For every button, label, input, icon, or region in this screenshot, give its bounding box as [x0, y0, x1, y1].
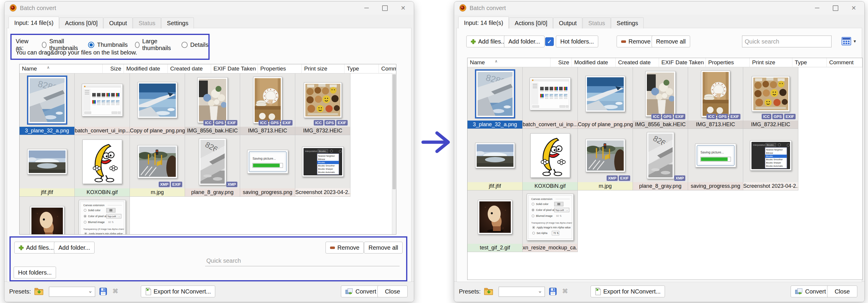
file-cell-IMG-8556-bak-HEIC[interactable]: ICCGPSEXIFIMG_8556_bak.HEIC	[633, 67, 688, 129]
file-cell-jfif-jfif[interactable]: jfif.jfif	[20, 135, 75, 197]
list-column-header[interactable]: Name∧SizeModified dateCreated dateEXIF D…	[467, 58, 862, 67]
scrollbar-thumb[interactable]	[393, 74, 396, 189]
hot-folders-button[interactable]: Hot folders...	[556, 36, 598, 47]
file-cell-KOXOBiN-gif[interactable]: KOXOBiN.gif	[523, 129, 578, 191]
file-cell-Copy-of-plane-png-png[interactable]: Copy of plane_png.png	[578, 67, 633, 129]
column-header-modified-date[interactable]: Modified date	[124, 64, 168, 73]
column-header-properties[interactable]: Properties	[706, 58, 750, 67]
column-header-print-size[interactable]: Print size	[302, 64, 344, 73]
file-cell-IMG-8732-HEIC[interactable]: ICCGPSEXIFIMG_8732.HEIC	[295, 73, 350, 135]
tab-input-14-file-s[interactable]: Input: 14 file(s)	[458, 16, 509, 28]
maximize-button-icon[interactable]	[828, 3, 842, 13]
file-cell-IMG-8732-HEIC[interactable]: ICCGPSEXIFIMG_8732.HEIC	[743, 67, 798, 129]
column-header-created-date[interactable]: Created date	[168, 64, 211, 73]
column-header-name[interactable]: Name∧	[467, 58, 551, 67]
add-files-button[interactable]: Add files...	[14, 242, 58, 254]
file-cell-3-plane-32-a-png[interactable]: 8288 3_plane_32_a.png	[20, 73, 75, 135]
radio-icon[interactable]	[88, 42, 94, 48]
preset-select[interactable]: ⌄	[499, 287, 545, 297]
remove-button[interactable]: Remove	[326, 242, 364, 254]
column-header-comment[interactable]: Comment	[379, 64, 396, 73]
preset-folder-button[interactable]	[34, 287, 44, 297]
close-button-icon[interactable]: ✕	[847, 3, 861, 13]
close-button[interactable]: Close	[377, 285, 408, 297]
quick-search-input[interactable]	[742, 36, 832, 47]
file-cell-batch-convert-ui-inp-[interactable]: batch_convert_ui_inp...	[523, 67, 578, 129]
close-button[interactable]: Close	[827, 285, 857, 297]
column-header-print-size[interactable]: Print size	[750, 58, 793, 67]
add-folder-button[interactable]: Add folder...	[54, 242, 95, 254]
file-cell-KOXOBiN-gif[interactable]: KOXOBiN.gif	[75, 135, 130, 197]
maximize-button-icon[interactable]	[378, 3, 392, 13]
tab-output[interactable]: Output	[553, 18, 582, 28]
view-as-option-details[interactable]: Details	[181, 38, 208, 52]
close-button-icon[interactable]: ✕	[396, 3, 410, 13]
radio-icon[interactable]	[42, 42, 46, 48]
file-cell-IMG-8556-bak-HEIC[interactable]: ICCGPSEXIFIMG_8556_bak.HEIC	[185, 73, 240, 135]
file-cell-Copy-of-plane-png-png[interactable]: Copy of plane_png.png	[130, 73, 185, 135]
radio-icon[interactable]	[135, 42, 140, 48]
file-cell-IMG-8713-HEIC[interactable]: ICCGPSEXIFIMG_8713.HEIC	[688, 67, 743, 129]
file-list[interactable]: Name∧SizeModified dateCreated dateEXIF D…	[467, 58, 863, 280]
column-header-name[interactable]: Name∧	[20, 64, 102, 73]
column-header-exif-date-taken[interactable]: EXIF Date Taken	[659, 58, 706, 67]
tab-actions-0-0[interactable]: Actions [0/0]	[59, 18, 103, 28]
vertical-scrollbar[interactable]	[392, 73, 396, 234]
column-header-size[interactable]: Size	[551, 58, 572, 67]
minimize-button-icon[interactable]	[810, 3, 824, 13]
hot-folders-button[interactable]: Hot folders...	[13, 267, 56, 278]
file-cell-m-jpg[interactable]: XMPEXIFm.jpg	[130, 135, 185, 197]
column-header-exif-date-taken[interactable]: EXIF Date Taken	[211, 64, 258, 73]
file-cell-plane-8-gray-png[interactable]: 8266 XMPplane_8_gray.png	[185, 135, 240, 197]
quick-search-input[interactable]	[205, 255, 400, 266]
save-preset-icon[interactable]	[549, 288, 557, 296]
file-cell-test-gif-2-gif[interactable]: test_gif_2.gif	[20, 197, 75, 235]
file-cell-m-jpg[interactable]: XMPEXIFm.jpg	[578, 129, 633, 191]
file-cell-xn-resize-mockup-ca-[interactable]: Canvas extension Solid color Color of pi…	[75, 197, 130, 235]
file-cell-Screenshot-2023-04-2-[interactable]: Interpolation: Bicubic ⌄ Nearest Neighbo…	[743, 129, 798, 191]
column-header-created-date[interactable]: Created date	[616, 58, 659, 67]
preset-select[interactable]: ⌄	[49, 287, 95, 297]
view-mode-button[interactable]: ▼	[842, 37, 857, 45]
file-cell-jfif-jfif[interactable]: jfif.jfif	[467, 129, 523, 191]
convert-button[interactable]: Convert	[790, 285, 830, 297]
delete-preset-icon[interactable]: ✖	[112, 288, 118, 295]
titlebar[interactable]: Batch convert ✕	[454, 1, 864, 14]
remove-all-button[interactable]: Remove all	[652, 36, 690, 47]
tab-settings[interactable]: Settings	[161, 18, 194, 28]
file-cell-saving-progress-png[interactable]: Saving picture... saving_progress.png	[688, 129, 743, 191]
file-cell-Screenshot-2023-04-2-[interactable]: Interpolation: Bicubic ⌄ Nearest Neighbo…	[295, 135, 350, 197]
list-column-header[interactable]: Name∧SizeModified dateCreated dateEXIF D…	[20, 64, 396, 73]
file-cell-xn-resize-mockup-ca-[interactable]: Canvas extension Solid color Color of pi…	[523, 191, 578, 252]
column-header-size[interactable]: Size	[102, 64, 124, 73]
titlebar[interactable]: Batch convert ✕	[4, 1, 414, 14]
file-cell-saving-progress-png[interactable]: Saving picture... saving_progress.png	[240, 135, 295, 197]
column-header-properties[interactable]: Properties	[258, 64, 302, 73]
tab-input-14-file-s[interactable]: Input: 14 file(s)	[9, 16, 59, 28]
remove-all-button[interactable]: Remove all	[364, 242, 403, 254]
column-header-type[interactable]: Type	[793, 58, 827, 67]
column-header-modified-date[interactable]: Modified date	[572, 58, 616, 67]
tab-settings[interactable]: Settings	[611, 18, 644, 28]
view-as-option-large-thumbnails[interactable]: Large thumbnails	[135, 38, 174, 52]
file-cell-plane-8-gray-png[interactable]: 8266 XMPplane_8_gray.png	[633, 129, 688, 191]
hot-folders-checkbox[interactable]: ✓	[545, 37, 554, 46]
delete-preset-icon[interactable]: ✖	[562, 288, 568, 295]
file-list[interactable]: Name∧SizeModified dateCreated dateEXIF D…	[19, 64, 396, 235]
tab-actions-0-0[interactable]: Actions [0/0]	[509, 18, 553, 28]
column-header-comment[interactable]: Comment	[827, 58, 862, 67]
remove-button[interactable]: Remove	[617, 36, 655, 47]
column-header-type[interactable]: Type	[344, 64, 379, 73]
save-preset-icon[interactable]	[99, 288, 107, 296]
preset-folder-button[interactable]	[484, 287, 494, 297]
tab-output[interactable]: Output	[103, 18, 132, 28]
file-cell-batch-convert-ui-inp-[interactable]: batch_convert_ui_inp...	[75, 73, 130, 135]
file-cell-3-plane-32-a-png[interactable]: 8288 3_plane_32_a.png	[467, 67, 523, 129]
convert-button[interactable]: Convert	[341, 285, 381, 297]
add-folder-button[interactable]: Add folder...	[504, 36, 545, 47]
export-nconvert-button[interactable]: Export for NConvert...	[591, 285, 665, 297]
minimize-button-icon[interactable]	[359, 3, 374, 13]
file-cell-IMG-8713-HEIC[interactable]: ICCGPSEXIFIMG_8713.HEIC	[240, 73, 295, 135]
file-cell-test-gif-2-gif[interactable]: test_gif_2.gif	[467, 191, 523, 252]
export-nconvert-button[interactable]: Export for NConvert...	[141, 285, 215, 297]
